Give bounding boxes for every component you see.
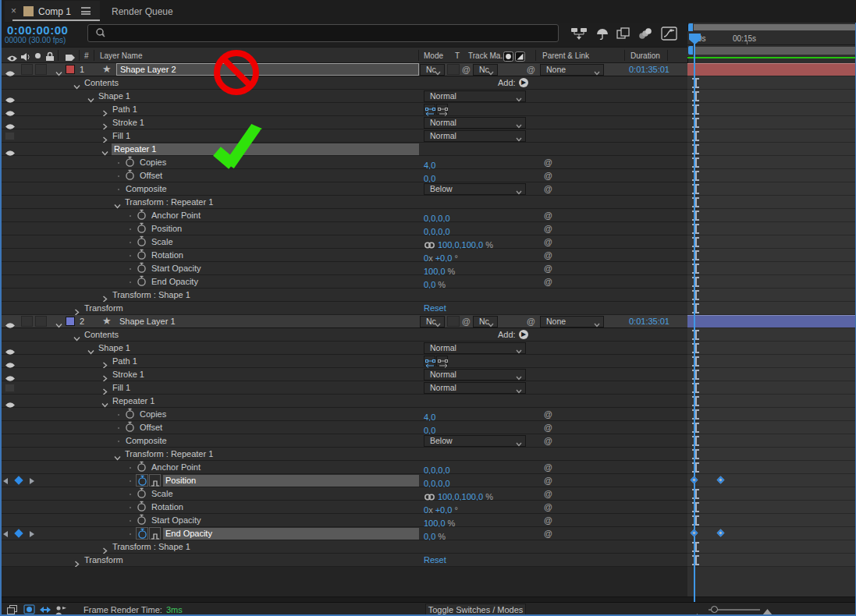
timeline-track-row[interactable] — [687, 90, 856, 103]
timeline-track-row[interactable] — [687, 196, 856, 209]
timeline-track-row[interactable] — [687, 249, 856, 262]
stopwatch-icon[interactable] — [124, 156, 137, 168]
property-row[interactable]: End Opacity0,0 %@ — [0, 527, 687, 540]
property-row[interactable]: Start Opacity100,0 %@ — [0, 262, 687, 275]
property-row[interactable]: CompositeBelow@ — [0, 182, 687, 196]
path-direction-icon[interactable] — [424, 104, 435, 115]
layer-row[interactable]: 1★Shape Layer 2Nc@Nc@None0:01:35:01 — [0, 63, 687, 76]
composite-dropdown[interactable]: Below — [424, 183, 526, 195]
close-tab-icon[interactable]: × — [11, 5, 16, 16]
search-icon[interactable] — [95, 27, 108, 42]
eye-toggle-empty[interactable] — [5, 132, 15, 140]
layer-color-swatch[interactable] — [66, 317, 75, 326]
group-row[interactable]: Fill 1Normal — [0, 381, 687, 395]
keyframe-diamond[interactable] — [717, 476, 725, 484]
pickwhip-icon[interactable]: @ — [544, 171, 552, 180]
blend-mode-dropdown[interactable]: Normal — [424, 369, 526, 381]
layer-name[interactable]: Shape Layer 2 — [116, 63, 419, 76]
group-row[interactable]: Transform : Shape 1 — [0, 289, 687, 302]
layer-name[interactable]: Shape Layer 1 — [119, 317, 176, 326]
timeline-track-row[interactable] — [687, 129, 856, 143]
layer-color-swatch[interactable] — [66, 65, 75, 74]
time-ruler[interactable] — [687, 31, 856, 45]
pickwhip-icon[interactable]: @ — [527, 65, 535, 74]
graph-include-icon[interactable] — [149, 474, 161, 487]
group-label[interactable]: Transform : Shape 1 — [112, 542, 190, 551]
property-row[interactable]: CompositeBelow@ — [0, 434, 687, 448]
layer-row[interactable]: 2★Shape Layer 1Nc@Nc@None0:01:35:01 — [0, 315, 687, 328]
timeline-track-row[interactable] — [687, 514, 856, 527]
timeline-track-row[interactable] — [687, 156, 856, 169]
timeline-track-row[interactable] — [687, 315, 856, 328]
path-direction-icon[interactable] — [436, 104, 448, 115]
timeline-track-row[interactable] — [687, 235, 856, 249]
property-label[interactable]: Anchor Point — [151, 462, 201, 472]
group-label[interactable]: Repeater 1 — [112, 396, 155, 405]
pickwhip-icon[interactable]: @ — [544, 436, 552, 445]
property-row[interactable]: Anchor Point0,0,0,0@ — [0, 461, 687, 474]
graph-include-icon[interactable] — [149, 527, 161, 540]
pickwhip-icon[interactable]: @ — [544, 462, 552, 472]
layer-duration[interactable]: 0:01:35:01 — [629, 65, 670, 74]
track-matte-column-header[interactable]: Track Ma... — [468, 51, 507, 60]
timeline-track-row[interactable] — [687, 395, 856, 408]
stopwatch-icon[interactable] — [136, 249, 148, 261]
timeline-track-row[interactable] — [687, 76, 856, 90]
stopwatch-icon[interactable] — [136, 474, 148, 487]
parent-link-dropdown[interactable]: None — [540, 316, 604, 327]
timeline-track-row[interactable] — [687, 540, 856, 554]
duration-column-header[interactable]: Duration — [630, 51, 660, 60]
reset-link[interactable]: Reset — [424, 303, 446, 313]
panel-menu-icon[interactable] — [81, 7, 91, 15]
next-keyframe-icon[interactable] — [30, 531, 34, 537]
property-label[interactable]: Copies — [140, 158, 166, 167]
pickwhip-icon[interactable]: @ — [544, 250, 552, 260]
timeline-track-row[interactable] — [687, 527, 856, 540]
draft-3d-icon[interactable] — [638, 27, 652, 43]
blend-mode-dropdown[interactable]: Nc — [420, 316, 445, 327]
property-row[interactable]: End Opacity0,0 %@ — [0, 275, 687, 289]
property-row[interactable]: Offset0,0@ — [0, 421, 687, 434]
layer-1-duration-bar[interactable] — [687, 63, 856, 76]
property-label[interactable]: Offset — [140, 423, 162, 432]
property-row[interactable]: Rotation0x +0,0 °@ — [0, 501, 687, 514]
group-row[interactable]: Stroke 1Normal — [0, 116, 687, 129]
pickwhip-icon[interactable]: @ — [544, 158, 552, 167]
blend-mode-dropdown[interactable]: Normal — [424, 90, 526, 102]
property-row[interactable]: Copies4,0@ — [0, 408, 687, 421]
stopwatch-icon[interactable] — [136, 527, 148, 540]
t-switch-box[interactable] — [447, 64, 460, 75]
previous-keyframe-icon[interactable] — [3, 531, 8, 537]
property-label[interactable]: Position — [151, 224, 182, 233]
group-row[interactable]: Transform : Shape 1 — [0, 540, 687, 554]
pickwhip-icon[interactable]: @ — [544, 277, 552, 286]
blend-mode-dropdown[interactable]: Nc — [420, 64, 445, 76]
layer-name-column-header[interactable]: Layer Name — [100, 51, 142, 60]
property-label[interactable]: Copies — [140, 409, 166, 419]
group-row[interactable]: TransformReset — [0, 302, 687, 315]
group-row[interactable]: Transform : Repeater 1 — [0, 196, 687, 209]
stopwatch-icon[interactable] — [136, 461, 148, 473]
stopwatch-icon[interactable] — [136, 235, 148, 248]
current-timecode[interactable]: 0:00:00:00 — [7, 23, 68, 37]
group-row[interactable]: Shape 1Normal — [0, 342, 687, 355]
pickwhip-icon[interactable]: @ — [544, 211, 552, 220]
timeline-track-row[interactable] — [687, 474, 856, 487]
group-row[interactable]: Path 1 — [0, 103, 687, 116]
property-row[interactable]: Scale100,0,100,0 %@ — [0, 235, 687, 249]
property-label[interactable]: Rotation — [151, 502, 183, 512]
comp-tab-label[interactable]: Comp 1 — [38, 6, 71, 17]
keyframe-diamond[interactable] — [691, 529, 698, 537]
stopwatch-icon[interactable] — [136, 501, 148, 513]
pickwhip-icon[interactable]: @ — [462, 317, 471, 326]
frame-blending-icon[interactable] — [616, 27, 630, 43]
group-label[interactable]: Transform : Shape 1 — [112, 290, 190, 299]
graph-editor-icon[interactable] — [661, 27, 677, 44]
motion-blur-icon[interactable] — [595, 27, 609, 43]
t-column-header[interactable]: T — [455, 51, 460, 60]
property-row[interactable]: Rotation0x +0,0 °@ — [0, 249, 687, 262]
blend-mode-dropdown[interactable]: Normal — [424, 382, 526, 394]
property-label[interactable]: Rotation — [151, 250, 183, 260]
pickwhip-icon[interactable]: @ — [544, 502, 552, 512]
timeline-track-row[interactable] — [687, 342, 856, 355]
